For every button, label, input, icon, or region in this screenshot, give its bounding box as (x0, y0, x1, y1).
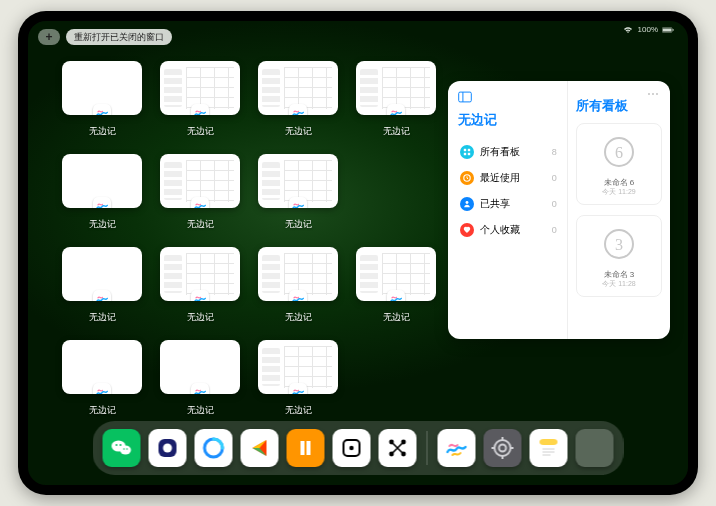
qqbrowser-icon[interactable] (195, 429, 233, 467)
thumb-label: 无边记 (187, 404, 214, 417)
board-card[interactable]: 6未命名 6今天 11:29 (576, 123, 662, 205)
quark-icon[interactable] (149, 429, 187, 467)
app-switcher-thumb[interactable]: 无边记 (62, 247, 142, 324)
freeform-icon (191, 290, 209, 301)
thumb-label: 无边记 (383, 125, 410, 138)
app-switcher-thumb[interactable]: 无边记 (62, 61, 142, 138)
panel-sidebar: 无边记 所有看板8最近使用0已共享0个人收藏0 (448, 81, 568, 339)
thumb-label: 无边记 (285, 311, 312, 324)
play-icon[interactable] (241, 429, 279, 467)
sidebar-item[interactable]: 个人收藏0 (458, 217, 559, 243)
thumb-preview (62, 247, 142, 301)
thumb-preview (160, 154, 240, 208)
person-icon (460, 197, 474, 211)
svg-point-19 (123, 448, 125, 450)
app-switcher-thumb[interactable]: 无边记 (356, 61, 436, 138)
thumb-label: 无边记 (383, 311, 410, 324)
notes-icon[interactable] (530, 429, 568, 467)
svg-text:3: 3 (615, 236, 623, 253)
app-switcher-thumb[interactable]: 无边记 (258, 340, 338, 417)
thumb-preview (356, 247, 436, 301)
graph-icon[interactable] (379, 429, 417, 467)
panel-boards: 所有看板 6未命名 6今天 11:293未命名 3今天 11:28 (568, 81, 670, 339)
svg-rect-7 (464, 153, 466, 155)
app-switcher-thumb[interactable]: 无边记 (160, 154, 240, 231)
panel-left-title: 无边记 (458, 111, 559, 129)
thumb-preview (160, 340, 240, 394)
sidebar-toggle-icon[interactable] (458, 91, 472, 103)
more-icon[interactable]: ⋯ (647, 87, 660, 101)
reopen-closed-window-button[interactable]: 重新打开已关闭的窗口 (66, 29, 172, 45)
wechat-icon[interactable] (103, 429, 141, 467)
app-switcher-thumb[interactable]: 无边记 (62, 154, 142, 231)
app-switcher-thumb[interactable]: 无边记 (160, 247, 240, 324)
thumb-preview (258, 247, 338, 301)
freeform-icon (289, 104, 307, 115)
thumb-label: 无边记 (285, 218, 312, 231)
thumb-preview (62, 61, 142, 115)
sidebar-item[interactable]: 已共享0 (458, 191, 559, 217)
dock (93, 421, 624, 475)
freeform-icon (191, 197, 209, 208)
freeform-icon (191, 104, 209, 115)
thumb-label: 无边记 (89, 311, 116, 324)
app-switcher-thumb[interactable]: 无边记 (356, 247, 436, 324)
freeform-icon[interactable] (438, 429, 476, 467)
board-title: 未命名 6 (602, 178, 635, 188)
svg-point-32 (499, 445, 506, 452)
svg-rect-38 (540, 439, 558, 445)
books-icon[interactable] (287, 429, 325, 467)
board-sketch: 6 (596, 132, 642, 178)
battery-pct: 100% (638, 25, 658, 34)
svg-rect-8 (468, 153, 470, 155)
board-sketch: 3 (596, 224, 642, 270)
heart-icon (460, 223, 474, 237)
app-switcher-thumb[interactable]: 无边记 (62, 340, 142, 417)
freeform-icon (387, 290, 405, 301)
dice-icon[interactable] (333, 429, 371, 467)
app-switcher-thumb[interactable]: 无边记 (160, 61, 240, 138)
svg-point-16 (120, 446, 131, 455)
board-meta: 未命名 3今天 11:28 (602, 270, 635, 288)
thumb-preview (258, 154, 338, 208)
thumb-preview (160, 61, 240, 115)
thumb-label: 无边记 (285, 125, 312, 138)
svg-point-18 (120, 444, 122, 446)
svg-rect-2 (673, 29, 674, 31)
app-folder[interactable] (576, 429, 614, 467)
freeform-icon (289, 290, 307, 301)
settings-icon[interactable] (484, 429, 522, 467)
battery-icon (662, 26, 674, 34)
wifi-icon (622, 26, 634, 34)
sidebar-item-count: 8 (552, 147, 557, 157)
sidebar-item-label: 已共享 (480, 197, 510, 211)
thumb-preview (258, 340, 338, 394)
freeform-panel[interactable]: ⋯ 无边记 所有看板8最近使用0已共享0个人收藏0 所有看板 6未命名 6今天 … (448, 81, 670, 339)
freeform-icon (93, 104, 111, 115)
sidebar-item[interactable]: 所有看板8 (458, 139, 559, 165)
thumb-label: 无边记 (187, 218, 214, 231)
svg-point-26 (349, 446, 353, 450)
thumb-label: 无边记 (285, 404, 312, 417)
app-switcher-thumb[interactable]: 无边记 (258, 61, 338, 138)
sidebar-item-label: 所有看板 (480, 145, 520, 159)
new-window-button[interactable]: + (38, 29, 60, 45)
app-switcher-thumb[interactable]: 无边记 (258, 247, 338, 324)
sidebar-item-count: 0 (552, 225, 557, 235)
board-meta: 未命名 6今天 11:29 (602, 178, 635, 196)
board-card[interactable]: 3未命名 3今天 11:28 (576, 215, 662, 297)
freeform-icon (93, 197, 111, 208)
svg-point-10 (466, 201, 469, 204)
svg-point-31 (495, 440, 511, 456)
sidebar-item-label: 最近使用 (480, 171, 520, 185)
app-switcher-thumb[interactable]: 无边记 (258, 154, 338, 231)
sidebar-item[interactable]: 最近使用0 (458, 165, 559, 191)
freeform-icon (387, 104, 405, 115)
thumb-preview (356, 61, 436, 115)
board-subtitle: 今天 11:28 (602, 280, 635, 288)
freeform-icon (93, 383, 111, 394)
thumb-preview (62, 154, 142, 208)
thumb-label: 无边记 (187, 125, 214, 138)
app-switcher-thumb[interactable]: 无边记 (160, 340, 240, 417)
svg-rect-24 (297, 439, 315, 457)
